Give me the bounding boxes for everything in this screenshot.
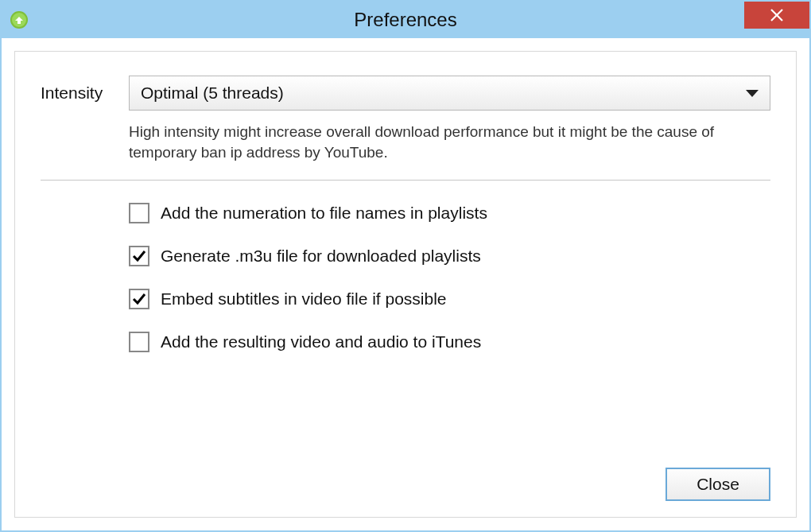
- dialog-content: Intensity Optimal (5 threads) High inten…: [14, 51, 797, 518]
- checkbox-label: Add the numeration to file names in play…: [161, 204, 487, 223]
- checkbox-m3u[interactable]: Generate .m3u file for downloaded playli…: [129, 246, 770, 266]
- checkbox-label: Embed subtitles in video file if possibl…: [161, 289, 447, 309]
- intensity-select[interactable]: Optimal (5 threads): [129, 76, 770, 111]
- preferences-window: Preferences Intensity Optimal (5 threads…: [0, 0, 811, 532]
- close-button[interactable]: Close: [665, 468, 770, 501]
- checkmark-icon: [131, 248, 147, 264]
- window-close-button[interactable]: [744, 2, 809, 29]
- checkbox-list: Add the numeration to file names in play…: [129, 203, 770, 352]
- checkbox-subtitles[interactable]: Embed subtitles in video file if possibl…: [129, 289, 770, 309]
- close-icon: [770, 8, 784, 22]
- window-title: Preferences: [2, 9, 809, 31]
- intensity-help-text: High intensity might increase overall do…: [129, 122, 770, 162]
- intensity-row: Intensity Optimal (5 threads): [41, 76, 770, 111]
- checkbox-itunes[interactable]: Add the resulting video and audio to iTu…: [129, 332, 770, 352]
- checkbox-box: [129, 203, 149, 223]
- titlebar: Preferences: [2, 2, 809, 38]
- intensity-selected-value: Optimal (5 threads): [141, 83, 284, 103]
- checkbox-box: [129, 289, 149, 309]
- chevron-down-icon: [746, 90, 759, 97]
- checkmark-icon: [131, 291, 147, 307]
- divider: [41, 180, 770, 181]
- checkbox-label: Add the resulting video and audio to iTu…: [161, 332, 481, 351]
- close-button-label: Close: [697, 475, 739, 494]
- checkbox-box: [129, 246, 149, 266]
- intensity-label: Intensity: [41, 83, 118, 103]
- checkbox-label: Generate .m3u file for downloaded playli…: [161, 247, 481, 266]
- checkbox-box: [129, 332, 149, 352]
- checkbox-numeration[interactable]: Add the numeration to file names in play…: [129, 203, 770, 223]
- app-icon: [10, 10, 29, 29]
- dialog-footer: Close: [41, 468, 770, 501]
